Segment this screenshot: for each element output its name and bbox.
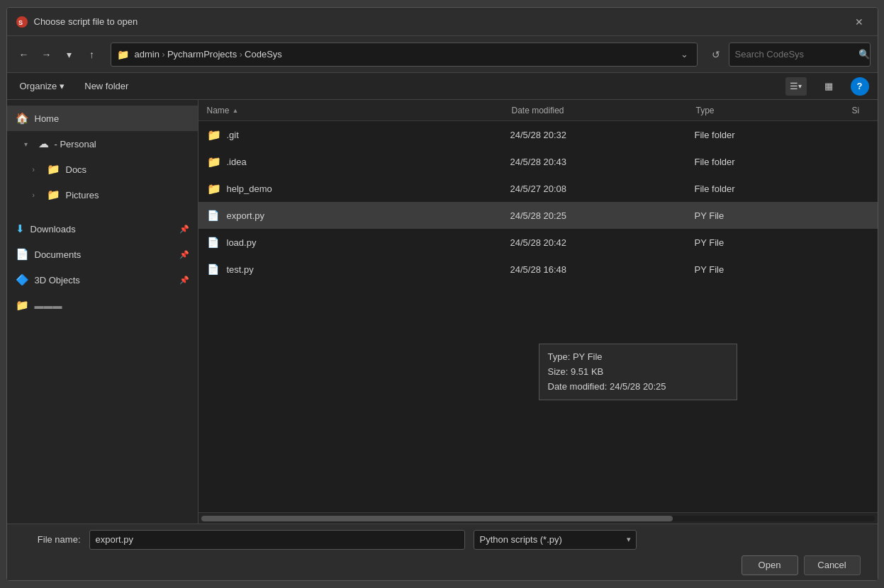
py-file-icon: 📄 (207, 237, 221, 248)
table-row[interactable]: 📄 test.py 24/5/28 16:48 PY File (198, 256, 878, 283)
file-date-cell: 24/5/28 20:43 (510, 157, 695, 167)
folder-icon-docs: 📁 (47, 163, 60, 176)
folder-icon: 📁 (207, 128, 221, 142)
download-icon: ⬇ (16, 222, 25, 235)
search-bar: 🔍 (729, 43, 871, 67)
sidebar-divider (7, 208, 198, 216)
home-icon: 🏠 (16, 112, 29, 125)
refresh-button[interactable]: ↺ (706, 45, 726, 64)
file-type-select[interactable]: Python scripts (*.py) All files (*.*) (474, 530, 637, 550)
up-button[interactable]: ↑ (82, 45, 102, 64)
horizontal-scrollbar[interactable] (198, 512, 878, 524)
pin-icon-3dobjects: 📌 (179, 276, 189, 285)
organize-label: Organize (20, 81, 57, 91)
dropdown-button[interactable]: ▾ (60, 45, 79, 64)
file-name-cell: help_demo (227, 183, 510, 194)
search-icon: 🔍 (858, 49, 870, 60)
path-bar[interactable]: 📁 admin › PycharmProjects › CodeSys ⌄ (111, 43, 698, 67)
forward-button[interactable]: → (37, 45, 57, 64)
sidebar-item-personal[interactable]: ▾ ☁ - Personal (7, 131, 198, 157)
file-type-cell: File folder (695, 130, 851, 140)
bottom-bar: File name: Python scripts (*.py) All fil… (7, 524, 878, 580)
col-type-header[interactable]: Type (696, 106, 715, 115)
file-list: 📁 .git 24/5/28 20:32 File folder 📁 .idea… (198, 121, 878, 512)
dialog: S Choose script file to open ✕ ← → ▾ ↑ 📁… (6, 7, 878, 581)
table-row[interactable]: 📄 load.py 24/5/28 20:42 PY File (198, 229, 878, 256)
col-size-header[interactable]: Si (852, 106, 860, 115)
path-text: admin › PycharmProjects › CodeSys (135, 49, 675, 60)
search-input[interactable] (735, 49, 854, 60)
expand-icon-pictures: › (33, 191, 41, 199)
col-date-header[interactable]: Date modified (512, 106, 564, 115)
path-sep-2: › (240, 50, 245, 60)
sidebar-item-more[interactable]: 📁 ▬▬▬ (7, 293, 198, 318)
py-file-icon: 📄 (207, 210, 221, 221)
file-name-cell: test.py (227, 264, 510, 275)
folder-icon: 📁 (207, 155, 221, 169)
toolbar: ← → ▾ ↑ 📁 admin › PycharmProjects › Code… (7, 36, 878, 73)
cancel-button[interactable]: Cancel (804, 555, 861, 575)
organize-button[interactable]: Organize ▾ (16, 79, 69, 94)
file-name-cell: .idea (227, 157, 510, 167)
sidebar-pictures-label: Pictures (66, 190, 99, 200)
path-part-3[interactable]: CodeSys (245, 49, 282, 60)
organize-arrow-icon: ▾ (60, 81, 65, 91)
scrollbar-thumb[interactable] (201, 516, 673, 521)
sidebar-3dobjects-label: 3D Objects (35, 275, 80, 285)
sidebar-documents-label: Documents (35, 249, 82, 260)
sort-up-icon: ▲ (233, 107, 239, 114)
table-row[interactable]: 📁 .git 24/5/28 20:32 File folder (198, 121, 878, 148)
file-type-cell: PY File (695, 264, 851, 275)
detail-view-button[interactable]: ▦ (818, 77, 839, 96)
back-button[interactable]: ← (14, 45, 34, 64)
3dobjects-icon: 🔷 (16, 273, 29, 286)
table-row[interactable]: 📄 export.py 24/5/28 20:25 PY File Type: … (198, 202, 878, 229)
file-type-cell: File folder (695, 157, 851, 167)
path-sep-1: › (162, 50, 167, 60)
sidebar-downloads-label: Downloads (30, 224, 76, 234)
list-view-button[interactable]: ☰ ▾ (785, 77, 807, 96)
path-part-1[interactable]: admin (135, 49, 160, 60)
folder-icon-more: 📁 (16, 299, 29, 312)
sidebar-docs-label: Docs (66, 164, 87, 175)
open-button[interactable]: Open (742, 555, 798, 575)
file-date-cell: 24/5/28 16:48 (510, 264, 695, 275)
close-button[interactable]: ✕ (849, 12, 869, 32)
sidebar-personal-label: - Personal (55, 139, 96, 149)
sidebar-item-documents[interactable]: 📄 Documents 📌 (7, 242, 198, 267)
folder-icon-pictures: 📁 (47, 188, 60, 201)
path-part-2[interactable]: PycharmProjects (167, 49, 237, 60)
new-folder-button[interactable]: New folder (80, 79, 133, 94)
content-area: 🏠 Home ▾ ☁ - Personal › 📁 Docs › 📁 Pictu… (7, 100, 878, 524)
file-type-cell: PY File (695, 237, 851, 248)
file-name-cell: export.py (227, 210, 510, 221)
pin-icon-documents: 📌 (179, 250, 189, 259)
table-row[interactable]: 📁 .idea 24/5/28 20:43 File folder (198, 148, 878, 175)
col-name-header[interactable]: Name (207, 106, 230, 115)
py-file-icon: 📄 (207, 264, 221, 275)
file-date-cell: 24/5/28 20:32 (510, 130, 695, 140)
path-dropdown-arrow[interactable]: ⌄ (678, 47, 691, 61)
file-date-cell: 24/5/28 20:25 (510, 210, 695, 221)
sidebar-item-downloads[interactable]: ⬇ Downloads 📌 (7, 216, 198, 242)
table-row[interactable]: 📁 help_demo 24/5/27 20:08 File folder (198, 175, 878, 202)
expand-icon-docs: › (33, 166, 41, 174)
file-area: Name ▲ Date modified Type Si 📁 .git (198, 100, 878, 524)
sidebar-item-3dobjects[interactable]: 🔷 3D Objects 📌 (7, 267, 198, 293)
cloud-icon: ☁ (38, 137, 49, 150)
list-view-icon: ☰ (790, 81, 798, 91)
file-type-cell: File folder (695, 183, 851, 194)
titlebar: S Choose script file to open ✕ (7, 8, 878, 36)
file-date-cell: 24/5/28 20:42 (510, 237, 695, 248)
file-tooltip: Type: PY File Size: 9.51 KB Date modifie… (539, 344, 737, 400)
app-icon: S (16, 16, 28, 28)
sidebar-item-pictures[interactable]: › 📁 Pictures (7, 182, 198, 208)
document-icon: 📄 (16, 248, 29, 261)
scrollbar-track (201, 516, 875, 521)
file-name-field[interactable] (89, 530, 465, 550)
sidebar-item-home[interactable]: 🏠 Home (7, 106, 198, 131)
help-button[interactable]: ? (851, 77, 869, 96)
sidebar-item-docs[interactable]: › 📁 Docs (7, 157, 198, 182)
tooltip-type: Type: PY File (548, 350, 728, 365)
folder-icon: 📁 (207, 182, 221, 196)
